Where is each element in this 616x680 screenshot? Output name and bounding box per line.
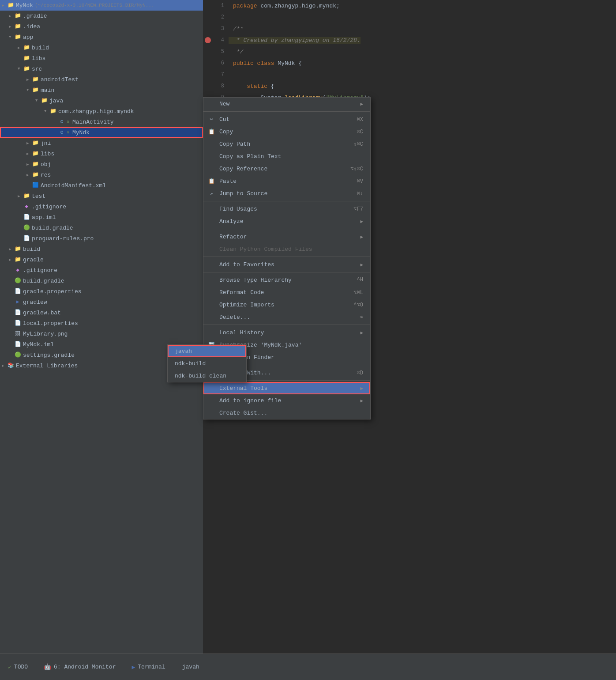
tree-item-androidmanifest[interactable]: ▶ 🟦 AndroidManifest.xml: [0, 180, 203, 191]
menu-item-paste[interactable]: 📋 Paste ⌘V: [203, 175, 370, 187]
tree-item-idea[interactable]: ▶ 📁 .idea: [0, 21, 203, 32]
label-mylibrary-png: MyLibrary.png: [23, 331, 68, 337]
tree-item-main[interactable]: ▼ 📁 main: [0, 85, 203, 95]
menu-item-reformat[interactable]: Reformat Code ⌥⌘L: [203, 286, 370, 298]
tree-item-libs-sub[interactable]: ▶ 📁 libs: [0, 53, 203, 64]
folder-icon-gradle-root: 📁: [14, 256, 21, 263]
label-gitignore-root: .gitignore: [23, 267, 57, 274]
menu-item-find-usages[interactable]: Find Usages ⌥F7: [203, 203, 370, 215]
tree-item-obj[interactable]: ▶ 📁 obj: [0, 159, 203, 170]
tree-item-mainactivity[interactable]: ▶ C a MainActivity: [0, 117, 203, 127]
tree-item-res[interactable]: ▶ 📁 res: [0, 170, 203, 180]
separator-2: [203, 201, 370, 201]
tree-item-gitignore-app[interactable]: ▶ ◆ .gitignore: [0, 201, 203, 212]
tree-item-libs2[interactable]: ▶ 📁 libs: [0, 148, 203, 159]
arrow-build-sub: ▶: [18, 45, 23, 50]
menu-item-copy-path[interactable]: Copy Path ⇧⌘C: [203, 138, 370, 150]
arrow-java: ▼: [35, 98, 41, 103]
menu-shortcut-jump: ⌘↓: [357, 190, 363, 197]
menu-shortcut-browse-hierarchy: ^H: [357, 277, 363, 283]
tree-item-build-root[interactable]: ▶ 📁 build: [0, 244, 203, 254]
submenu-item-ndk-build[interactable]: ndk-build: [168, 357, 246, 370]
menu-item-create-gist[interactable]: Create Gist...: [203, 407, 370, 419]
tree-item-mylibrary-png[interactable]: ▶ 🖼 MyLibrary.png: [0, 329, 203, 339]
tree-item-gitignore-root[interactable]: ▶ ◆ .gitignore: [0, 265, 203, 276]
code-line-5: 5 */: [203, 46, 616, 57]
tree-item-gradle-root[interactable]: ▶ 📁 gradle: [0, 254, 203, 265]
folder-icon-java: 📁: [41, 97, 48, 104]
tree-item-gradle-props[interactable]: ▶ 📄 gradle.properties: [0, 286, 203, 297]
menu-label-clean-python: Clean Python Compiled Files: [219, 246, 312, 253]
menu-item-analyze[interactable]: Analyze ▶: [203, 215, 370, 227]
menu-item-new[interactable]: New ▶: [203, 98, 370, 110]
menu-item-jump[interactable]: ↗ Jump to Source ⌘↓: [203, 187, 370, 200]
menu-item-copy[interactable]: 📋 Copy ⌘C: [203, 125, 370, 138]
label-gradlew-bat: gradlew.bat: [23, 310, 61, 316]
tree-item-proguard[interactable]: ▶ 📄 proguard-rules.pro: [0, 233, 203, 244]
tree-item-java[interactable]: ▼ 📁 java: [0, 95, 203, 106]
tab-terminal[interactable]: ▶ Terminal: [128, 662, 169, 672]
tab-todo[interactable]: ✓ TODO: [4, 662, 31, 672]
tree-item-myndk-root[interactable]: ▶ 📁 MyNdk (~/cocos2d-x-3.10/NEW_PROJECTS…: [0, 0, 203, 11]
menu-arrow-add-favorites: ▶: [360, 262, 363, 268]
tree-item-gradlew-bat[interactable]: ▶ 📄 gradlew.bat: [0, 307, 203, 318]
tree-item-gradle[interactable]: ▶ 📁 .gradle: [0, 11, 203, 21]
line-num-5: 5: [211, 49, 229, 55]
menu-item-optimize-imports[interactable]: Optimize Imports ^⌥O: [203, 298, 370, 311]
label-build-gradle-root: build.gradle: [23, 278, 64, 284]
menu-label-delete: Delete...: [219, 314, 250, 321]
menu-item-local-history[interactable]: Local History ▶: [203, 326, 370, 339]
menu-label-copy-path: Copy Path: [219, 141, 250, 147]
menu-item-copy-ref[interactable]: Copy Reference ⌥⇧⌘C: [203, 162, 370, 175]
menu-item-browse-hierarchy[interactable]: Browse Type Hierarchy ^H: [203, 274, 370, 286]
menu-item-cut[interactable]: ✂ Cut ⌘X: [203, 113, 370, 125]
arrow-test: ▶: [18, 194, 23, 199]
menu-arrow-new: ▶: [360, 101, 363, 107]
menu-item-add-favorites[interactable]: Add to Favorites ▶: [203, 258, 370, 271]
arrow-main: ▼: [26, 88, 32, 92]
line-content-4: * Created by zhangyipeng on 16/2/28.: [229, 37, 361, 44]
tree-item-local-props[interactable]: ▶ 📄 local.properties: [0, 318, 203, 329]
tree-item-build-sub[interactable]: ▶ 📁 build: [0, 42, 203, 53]
tab-android-monitor[interactable]: 🤖 6: Android Monitor: [40, 661, 119, 672]
pro-icon: 📄: [23, 235, 30, 242]
folder-icon-libs2: 📁: [32, 150, 39, 157]
menu-item-copy-plain[interactable]: Copy as Plain Text: [203, 150, 370, 162]
code-line-6: 6 public class MyNdk {: [203, 57, 616, 69]
tree-item-app-iml[interactable]: ▶ 📄 app.iml: [0, 212, 203, 223]
submenu-item-ndk-build-clean[interactable]: ndk-build clean: [168, 370, 246, 382]
tree-item-package[interactable]: ▼ 📁 com.zhangyp.higo.myndk: [0, 106, 203, 117]
line-num-7: 7: [211, 72, 229, 78]
tab-android-monitor-label: 6: Android Monitor: [54, 664, 116, 670]
tree-item-build-gradle-root[interactable]: ▶ 🟢 build.gradle: [0, 276, 203, 286]
menu-arrow-refactor: ▶: [360, 234, 363, 240]
arrow-myndk: ▶: [2, 3, 7, 8]
arrow-res: ▶: [26, 173, 32, 178]
label-res: res: [41, 172, 51, 178]
separator-6: [203, 325, 370, 325]
line-num-3: 3: [211, 26, 229, 32]
menu-item-refactor[interactable]: Refactor ▶: [203, 230, 370, 243]
menu-arrow-add-ignore: ▶: [360, 398, 363, 404]
tree-item-build-gradle-app[interactable]: ▶ 🟢 build.gradle: [0, 223, 203, 233]
tree-item-app[interactable]: ▼ 📁 app: [0, 32, 203, 42]
tree-item-gradlew[interactable]: ▶ ▶ gradlew: [0, 297, 203, 307]
menu-item-external-tools[interactable]: External Tools ▶: [203, 382, 370, 394]
menu-item-delete[interactable]: Delete... ⌫: [203, 311, 370, 323]
tree-item-androidtest[interactable]: ▶ 📁 androidTest: [0, 74, 203, 85]
submenu-label-ndk-build-clean: ndk-build clean: [175, 373, 226, 379]
menu-shortcut-reformat: ⌥⌘L: [353, 289, 363, 296]
folder-icon-obj: 📁: [32, 161, 39, 168]
tree-item-src[interactable]: ▼ 📁 src: [0, 64, 203, 74]
folder-icon-androidtest: 📁: [32, 76, 39, 83]
iml-icon-myndk: 📄: [14, 341, 21, 348]
gitignore-icon-app: ◆: [23, 203, 30, 210]
menu-label-new: New: [219, 101, 229, 107]
tree-item-myndk-file[interactable]: ▶ C a MyNdk: [0, 127, 203, 138]
menu-item-add-ignore[interactable]: Add to ignore file ▶: [203, 394, 370, 407]
tree-item-jni[interactable]: ▶ 📁 jni: [0, 138, 203, 148]
menu-shortcut-optimize-imports: ^⌥O: [353, 302, 363, 308]
submenu-item-javah[interactable]: javah: [168, 345, 246, 357]
tree-item-test[interactable]: ▶ 📁 test: [0, 191, 203, 201]
label-idea: .idea: [23, 23, 40, 30]
